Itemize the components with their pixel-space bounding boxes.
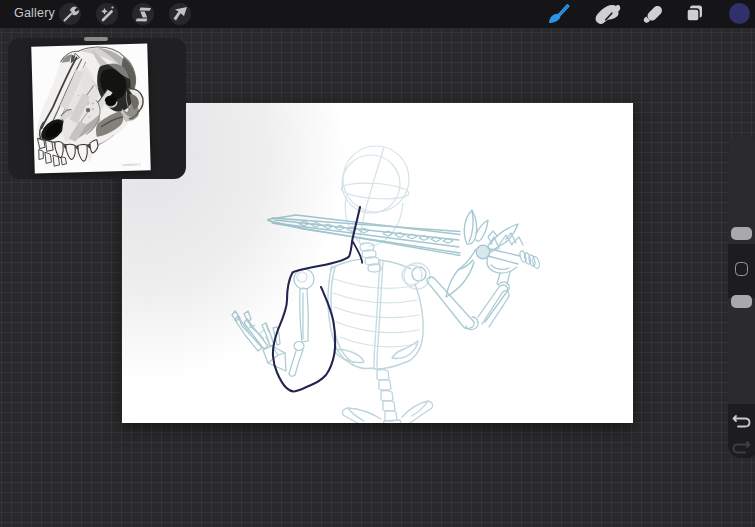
svg-text:madison f.: madison f. bbox=[123, 162, 142, 168]
